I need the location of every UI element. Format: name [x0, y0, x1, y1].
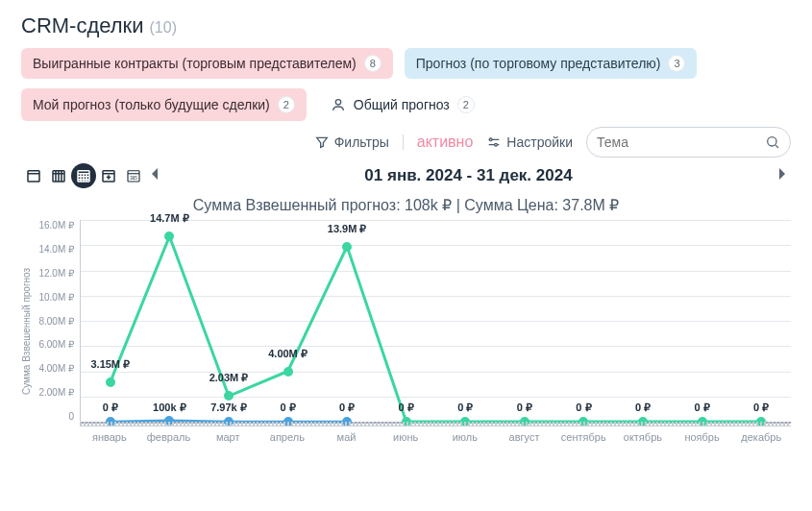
y-tick: 6.00M ₽ [38, 339, 74, 350]
data-label: 0 ₽ [635, 402, 651, 414]
data-label: 0 ₽ [517, 402, 532, 414]
search-icon [765, 134, 780, 150]
calendar-365-button[interactable]: 365 [121, 163, 146, 188]
data-label: 0 ₽ [695, 402, 710, 414]
date-range-bar: 365 01 янв. 2024 - 31 дек. 2024 [21, 163, 791, 188]
chart-summary: Сумма Взвешенный прогноз: 108k ₽ | Сумма… [21, 196, 791, 214]
data-label: 0 ₽ [280, 402, 295, 414]
chip-row: Выигранные контракты (торговым представи… [21, 48, 791, 121]
search-field[interactable] [586, 127, 791, 158]
svg-text:365: 365 [130, 176, 137, 181]
y-axis: 16.0M ₽14.0M ₽12.0M ₽10.0M ₽8.00M ₽6.00M… [36, 220, 76, 422]
plot-area: 3.15M ₽0 ₽14.7M ₽100k ₽2.03M ₽7.97k ₽4.0… [80, 220, 791, 422]
data-label: 14.7M ₽ [150, 212, 189, 225]
title-count: (10) [150, 19, 177, 36]
settings-button[interactable]: Настройки [486, 134, 573, 150]
svg-rect-4 [28, 171, 39, 182]
y-tick: 2.00M ₽ [38, 387, 74, 398]
y-axis-title: Сумма Взвешенный прогноз [21, 220, 32, 443]
settings-label: Настройки [506, 134, 573, 150]
data-label: 4.00M ₽ [268, 348, 308, 360]
x-tick: январь [80, 422, 139, 443]
chart: Сумма Взвешенный прогноз 16.0M ₽14.0M ₽1… [21, 220, 791, 443]
chip-label: Мой прогноз (только будущие сделки) [33, 97, 270, 112]
y-tick: 14.0M ₽ [38, 244, 74, 255]
data-label: 3.15M ₽ [90, 358, 130, 371]
y-tick: 8.00M ₽ [38, 316, 74, 327]
x-tick: ноябрь [673, 422, 732, 443]
data-label: 0 ₽ [339, 402, 355, 414]
svg-point-3 [768, 137, 776, 146]
x-tick: декабрь [731, 422, 791, 443]
svg-point-0 [335, 100, 340, 105]
x-tick: июль [435, 422, 495, 443]
date-range-label: 01 янв. 2024 - 31 дек. 2024 [163, 166, 774, 185]
calendar-view-switcher: 365 [21, 163, 146, 188]
calendar-add-button[interactable] [96, 163, 121, 188]
svg-point-1 [490, 138, 493, 141]
chip-badge: 3 [668, 55, 685, 72]
data-label: 0 ₽ [399, 402, 414, 414]
filters-label: Фильтры [334, 134, 389, 150]
y-tick: 16.0M ₽ [38, 220, 74, 231]
data-label: 0 ₽ [753, 402, 769, 414]
series-line [81, 220, 791, 422]
toolbar: Фильтры активно Настройки [21, 127, 791, 158]
chip-label: Общий прогноз [354, 97, 450, 112]
sliders-icon [486, 134, 502, 150]
x-tick: июнь [376, 422, 435, 443]
chip-badge: 8 [364, 55, 381, 72]
x-tick: февраль [139, 422, 199, 443]
data-label: 2.03M ₽ [209, 372, 249, 384]
chip-badge: 2 [278, 96, 295, 113]
data-label: 0 ₽ [576, 402, 591, 414]
x-tick: октябрь [613, 422, 673, 443]
x-tick: сентябрь [554, 422, 613, 443]
funnel-icon [314, 134, 330, 150]
active-status: активно [417, 134, 474, 151]
chip-label: Выигранные контракты (торговым представи… [33, 56, 357, 71]
data-label: 0 ₽ [103, 402, 118, 414]
filter-chip[interactable]: Общий прогноз2 [318, 88, 487, 121]
user-icon [331, 97, 346, 112]
calendar-month-button[interactable] [71, 163, 96, 188]
data-label: 100k ₽ [153, 402, 186, 414]
y-tick: 0 [68, 411, 74, 422]
chip-badge: 2 [457, 96, 475, 113]
y-tick: 12.0M ₽ [38, 268, 74, 279]
next-range-button[interactable] [774, 163, 791, 188]
svg-point-2 [495, 143, 498, 146]
data-label: 7.97k ₽ [210, 402, 247, 414]
prev-range-button[interactable] [146, 163, 163, 188]
x-tick: март [198, 422, 258, 443]
page-title: CRM-сделки [21, 13, 144, 38]
calendar-day-button[interactable] [21, 163, 46, 188]
filter-chip[interactable]: Прогноз (по торговому представителю)3 [405, 48, 698, 79]
calendar-week-button[interactable] [46, 163, 71, 188]
filters-button[interactable]: Фильтры [314, 134, 389, 150]
x-axis: январьфевральмартапрельмайиюньиюльавгуст… [80, 422, 791, 443]
filter-chip[interactable]: Выигранные контракты (торговым представи… [21, 48, 393, 79]
y-tick: 10.0M ₽ [38, 292, 74, 303]
search-input[interactable] [597, 134, 765, 150]
data-label: 0 ₽ [457, 402, 473, 414]
filter-chip[interactable]: Мой прогноз (только будущие сделки)2 [21, 88, 307, 121]
chip-label: Прогноз (по торговому представителю) [416, 56, 661, 71]
x-tick: май [317, 422, 377, 443]
x-tick: август [495, 422, 554, 443]
separator [403, 134, 404, 150]
y-tick: 4.00M ₽ [38, 363, 74, 374]
data-label: 13.9M ₽ [328, 223, 367, 235]
x-tick: апрель [258, 422, 317, 443]
